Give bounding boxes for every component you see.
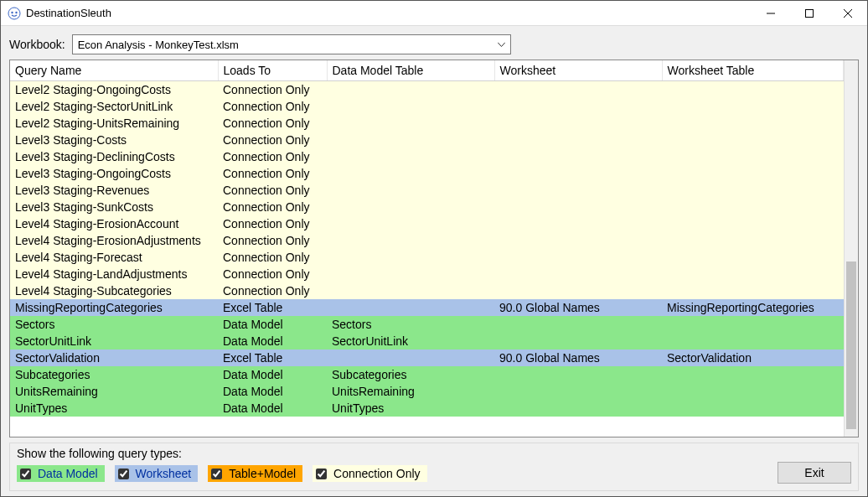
cell-data-model-table: Sectors	[327, 316, 494, 333]
cell-query-name: Level4 Staging-ErosionAdjustments	[10, 232, 218, 249]
cell-worksheet-table: MissingReportingCategories	[662, 299, 844, 316]
table-row[interactable]: Level2 Staging-SectorUnitLinkConnection …	[10, 98, 844, 115]
cell-query-name: UnitTypes	[10, 400, 218, 417]
filter-table-model-checkbox[interactable]	[211, 469, 222, 479]
cell-data-model-table	[327, 349, 494, 366]
cell-worksheet	[494, 165, 662, 182]
cell-data-model-table	[327, 232, 494, 249]
table-row[interactable]: Level3 Staging-SunkCostsConnection Only	[10, 199, 844, 215]
cell-worksheet-table	[662, 266, 844, 282]
cell-worksheet-table	[662, 400, 844, 417]
vertical-scrollbar[interactable]	[844, 60, 858, 437]
cell-worksheet-table	[662, 132, 844, 148]
filter-worksheet[interactable]: Worksheet	[115, 465, 199, 482]
workbook-select[interactable]: Econ Analysis - MonkeyTest.xlsm	[72, 34, 511, 54]
cell-worksheet-table	[662, 115, 844, 132]
col-header-query-name[interactable]: Query Name	[10, 60, 218, 81]
cell-loads-to: Connection Only	[218, 148, 327, 165]
cell-worksheet-table	[662, 215, 844, 232]
table-row[interactable]: Level2 Staging-OngoingCostsConnection On…	[10, 81, 844, 98]
filter-worksheet-checkbox[interactable]	[118, 469, 129, 479]
col-header-loads-to[interactable]: Loads To	[218, 60, 327, 81]
table-row[interactable]: Level2 Staging-UnitsRemainingConnection …	[10, 115, 844, 132]
table-row[interactable]: SectorValidationExcel Table90.0 Global N…	[10, 349, 844, 366]
cell-worksheet: 90.0 Global Names	[494, 349, 662, 366]
table-row[interactable]: Level4 Staging-LandAdjustmentsConnection…	[10, 266, 844, 282]
svg-rect-4	[806, 9, 814, 17]
cell-data-model-table	[327, 81, 494, 98]
filter-connection-only-checkbox[interactable]	[316, 469, 327, 479]
table-row[interactable]: Level4 Staging-ForecastConnection Only	[10, 249, 844, 266]
filter-table-model[interactable]: Table+Model	[208, 465, 302, 482]
cell-worksheet-table	[662, 182, 844, 199]
cell-loads-to: Connection Only	[218, 249, 327, 266]
table-row[interactable]: Level4 Staging-ErosionAdjustmentsConnect…	[10, 232, 844, 249]
cell-query-name: Level4 Staging-ErosionAccount	[10, 215, 218, 232]
table-row[interactable]: Level4 Staging-SubcategoriesConnection O…	[10, 282, 844, 299]
cell-query-name: Level3 Staging-Costs	[10, 132, 218, 148]
cell-data-model-table	[327, 148, 494, 165]
table-row[interactable]: Level3 Staging-DecliningCostsConnection …	[10, 148, 844, 165]
cell-loads-to: Data Model	[218, 383, 327, 400]
cell-query-name: UnitsRemaining	[10, 383, 218, 400]
cell-query-name: Level4 Staging-Forecast	[10, 249, 218, 266]
table-row[interactable]: UnitsRemainingData ModelUnitsRemaining	[10, 383, 844, 400]
filter-legend: Show the following query types:	[17, 447, 851, 460]
cell-worksheet-table	[662, 316, 844, 333]
table-row[interactable]: SubcategoriesData ModelSubcategories	[10, 366, 844, 383]
filter-data-model-checkbox[interactable]	[20, 469, 31, 479]
cell-worksheet-table	[662, 81, 844, 98]
filter-connection-only[interactable]: Connection Only	[313, 465, 427, 482]
cell-loads-to: Connection Only	[218, 81, 327, 98]
cell-worksheet	[494, 282, 662, 299]
minimize-button[interactable]	[752, 1, 790, 26]
cell-loads-to: Connection Only	[218, 98, 327, 115]
cell-worksheet	[494, 132, 662, 148]
chevron-down-icon	[498, 40, 505, 49]
cell-worksheet	[494, 366, 662, 383]
app-icon	[8, 7, 21, 20]
cell-data-model-table	[327, 165, 494, 182]
cell-query-name: Level3 Staging-SunkCosts	[10, 199, 218, 215]
cell-query-name: Level4 Staging-LandAdjustments	[10, 266, 218, 282]
cell-worksheet	[494, 316, 662, 333]
window-title: DestinationSleuth	[26, 7, 111, 19]
table-row[interactable]: UnitTypesData ModelUnitTypes	[10, 400, 844, 417]
cell-data-model-table: UnitTypes	[327, 400, 494, 417]
filter-worksheet-label: Worksheet	[136, 467, 192, 480]
cell-data-model-table	[327, 132, 494, 148]
cell-worksheet	[494, 266, 662, 282]
table-row[interactable]: MissingReportingCategoriesExcel Table90.…	[10, 299, 844, 316]
cell-query-name: Sectors	[10, 316, 218, 333]
cell-worksheet-table	[662, 282, 844, 299]
table-row[interactable]: Level3 Staging-OngoingCostsConnection On…	[10, 165, 844, 182]
cell-worksheet	[494, 333, 662, 349]
cell-data-model-table: UnitsRemaining	[327, 383, 494, 400]
grid-viewport[interactable]: Query Name Loads To Data Model Table Wor…	[10, 60, 844, 437]
cell-query-name: Level4 Staging-Subcategories	[10, 282, 218, 299]
maximize-button[interactable]	[790, 1, 829, 26]
filter-data-model-label: Data Model	[38, 467, 98, 480]
titlebar: DestinationSleuth	[1, 1, 867, 26]
table-row[interactable]: Level3 Staging-RevenuesConnection Only	[10, 182, 844, 199]
table-row[interactable]: SectorUnitLinkData ModelSectorUnitLink	[10, 333, 844, 349]
close-button[interactable]	[829, 1, 867, 26]
cell-data-model-table	[327, 249, 494, 266]
col-header-data-model-table[interactable]: Data Model Table	[327, 60, 494, 81]
filter-data-model[interactable]: Data Model	[17, 465, 105, 482]
cell-worksheet	[494, 232, 662, 249]
scrollbar-thumb[interactable]	[846, 261, 856, 429]
table-row[interactable]: Level3 Staging-CostsConnection Only	[10, 132, 844, 148]
filter-connection-only-label: Connection Only	[333, 467, 421, 480]
cell-worksheet-table	[662, 333, 844, 349]
cell-loads-to: Connection Only	[218, 165, 327, 182]
table-row[interactable]: Level4 Staging-ErosionAccountConnection …	[10, 215, 844, 232]
cell-worksheet-table: SectorValidation	[662, 349, 844, 366]
cell-worksheet-table	[662, 232, 844, 249]
exit-button[interactable]: Exit	[778, 462, 851, 484]
filter-row: Data Model Worksheet Table+Model Connect…	[17, 465, 851, 482]
col-header-worksheet-table[interactable]: Worksheet Table	[662, 60, 844, 81]
cell-loads-to: Excel Table	[218, 299, 327, 316]
col-header-worksheet[interactable]: Worksheet	[494, 60, 662, 81]
table-row[interactable]: SectorsData ModelSectors	[10, 316, 844, 333]
